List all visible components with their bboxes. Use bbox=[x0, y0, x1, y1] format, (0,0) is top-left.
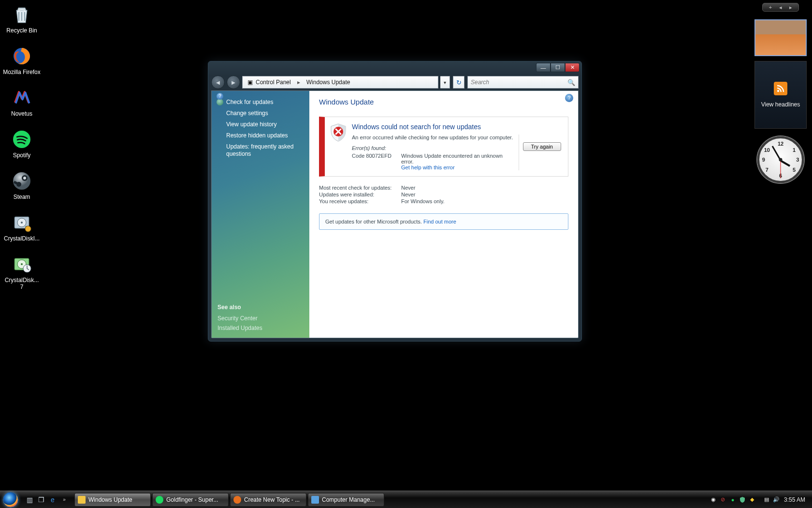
quick-launch-more[interactable]: » bbox=[59, 493, 70, 506]
refresh-button[interactable]: ↻ bbox=[453, 76, 464, 89]
page-title: Windows Update bbox=[319, 98, 568, 106]
info-value: Never bbox=[401, 185, 415, 191]
info-label: You receive updates: bbox=[319, 198, 401, 204]
desktop-icon-steam[interactable]: Steam bbox=[3, 169, 41, 200]
breadcrumb-seg: Windows Update bbox=[306, 79, 350, 86]
desktop-label: CrystalDiskI... bbox=[4, 235, 40, 242]
toolbar: ◄ ► ▣Control Panel ▸ Windows Update ▾ ↻ … bbox=[211, 75, 579, 90]
promo-link[interactable]: Find out more bbox=[423, 219, 456, 224]
breadcrumb-seg: Control Panel bbox=[256, 79, 291, 86]
show-desktop-button[interactable]: ▥ bbox=[24, 493, 35, 506]
minimize-button[interactable]: — bbox=[536, 63, 551, 72]
sidebar-change-settings[interactable]: Change settings bbox=[212, 108, 309, 119]
rss-label: View headlines bbox=[761, 101, 800, 108]
windows-update-window: — ☐ ✕ ◄ ► ▣Control Panel ▸ Windows Updat… bbox=[208, 61, 582, 342]
error-detail: Windows Update encountered an unknown er… bbox=[401, 153, 503, 164]
tray-steam-icon[interactable]: ◉ bbox=[710, 496, 717, 504]
sidebar-security-center[interactable]: Security Center bbox=[212, 314, 309, 323]
sidebar-check-updates[interactable]: Check for updates bbox=[212, 97, 309, 108]
taskbar-tasks: Windows Update Goldfinger - Super... Cre… bbox=[74, 493, 384, 507]
prev-icon: ◂ bbox=[779, 4, 782, 11]
spotify-icon bbox=[10, 128, 33, 151]
quick-launch: ▥ ❐ e » bbox=[24, 493, 70, 506]
crystaldisk7-icon bbox=[10, 253, 33, 276]
tray-update-icon[interactable]: ◆ bbox=[748, 496, 756, 504]
task-icon bbox=[156, 496, 163, 504]
try-again-button[interactable]: Try again bbox=[523, 142, 561, 151]
desktop-label: CrystalDisk... 7 bbox=[3, 277, 41, 290]
window-body: Check for updates Change settings View u… bbox=[211, 90, 579, 338]
breadcrumb[interactable]: ▣Control Panel ▸ Windows Update bbox=[242, 76, 438, 89]
task-windows-update[interactable]: Windows Update bbox=[74, 493, 151, 507]
desktop-label: Mozilla Firefox bbox=[3, 69, 40, 75]
start-button[interactable] bbox=[0, 491, 21, 508]
back-button[interactable]: ◄ bbox=[211, 75, 225, 89]
sidebar-restore-hidden[interactable]: Restore hidden updates bbox=[212, 130, 309, 141]
tray-volume-icon[interactable]: 🔊 bbox=[772, 496, 780, 504]
info-value: For Windows only. bbox=[401, 198, 445, 204]
svg-point-14 bbox=[777, 90, 779, 92]
sidebar-installed-updates[interactable]: Installed Updates bbox=[212, 323, 309, 333]
desktop-label: Recycle Bin bbox=[6, 27, 37, 34]
desktop-icon-recycle-bin[interactable]: Recycle Bin bbox=[3, 3, 41, 34]
sidebar: Check for updates Change settings View u… bbox=[212, 91, 309, 338]
tray-spotify-icon[interactable]: ● bbox=[729, 496, 737, 504]
error-help-link[interactable]: Get help with this error bbox=[401, 164, 455, 170]
slideshow-gadget[interactable] bbox=[754, 19, 807, 56]
help-icon[interactable]: ? bbox=[565, 94, 573, 102]
task-label: Goldfinger - Super... bbox=[166, 496, 218, 503]
ie-button[interactable]: e bbox=[47, 493, 58, 506]
desktop-icon-novetus[interactable]: Novetus bbox=[3, 86, 41, 117]
sidebar-faq[interactable]: Updates: frequently asked questions bbox=[212, 141, 309, 160]
switch-windows-button[interactable]: ❐ bbox=[36, 493, 46, 506]
desktop-icon-crystaldisk7[interactable]: CrystalDisk... 7 bbox=[3, 253, 41, 290]
recycle-bin-icon bbox=[10, 3, 33, 26]
search-box[interactable]: 🔍 bbox=[467, 76, 579, 89]
task-firefox[interactable]: Create New Topic - ... bbox=[230, 493, 306, 507]
task-compmgmt[interactable]: Computer Manage... bbox=[308, 493, 384, 507]
gadget-sidebar: + ◂ ▸ View headlines 121 35 67 910 bbox=[753, 3, 808, 183]
task-spotify[interactable]: Goldfinger - Super... bbox=[152, 493, 229, 507]
taskbar: ▥ ❐ e » Windows Update Goldfinger - Supe… bbox=[0, 491, 812, 508]
breadcrumb-dropdown[interactable]: ▾ bbox=[440, 76, 450, 89]
tray-error-icon[interactable]: ⊘ bbox=[719, 496, 727, 504]
search-icon: 🔍 bbox=[567, 79, 575, 86]
error-message: An error occurred while checking for new… bbox=[352, 134, 514, 140]
firefox-icon bbox=[10, 45, 33, 68]
shield-error-icon bbox=[330, 123, 347, 170]
system-tray: ◉ ⊘ ● ◆ ▤ 🔊 3:55 AM bbox=[710, 496, 812, 504]
desktop-icon-spotify[interactable]: Spotify bbox=[3, 128, 41, 159]
task-icon bbox=[233, 496, 241, 504]
task-label: Computer Manage... bbox=[322, 496, 375, 503]
search-input[interactable] bbox=[471, 79, 567, 86]
task-icon bbox=[311, 496, 319, 504]
svg-point-12 bbox=[21, 263, 23, 265]
next-icon: ▸ bbox=[789, 4, 792, 11]
svg-point-4 bbox=[23, 177, 26, 179]
taskbar-clock[interactable]: 3:55 AM bbox=[782, 496, 807, 503]
info-label: Most recent check for updates: bbox=[319, 185, 401, 191]
close-button[interactable]: ✕ bbox=[565, 63, 580, 72]
desktop-icon-firefox[interactable]: Mozilla Firefox bbox=[3, 45, 41, 75]
error-box: Windows could not search for new updates… bbox=[319, 117, 568, 177]
update-info: Most recent check for updates:Never Upda… bbox=[319, 184, 568, 205]
info-value: Never bbox=[401, 192, 415, 197]
error-title: Windows could not search for new updates bbox=[352, 123, 565, 131]
desktop-label: Spotify bbox=[13, 152, 31, 159]
desktop-label: Novetus bbox=[11, 110, 32, 117]
forward-button[interactable]: ► bbox=[227, 75, 240, 89]
desktop-icon-crystaldiskinfo[interactable]: CrystalDiskI... bbox=[3, 211, 41, 242]
maximize-button[interactable]: ☐ bbox=[551, 63, 565, 72]
chevron-right-icon: ▸ bbox=[296, 79, 302, 86]
tray-security-icon[interactable] bbox=[739, 496, 746, 504]
start-orb-icon bbox=[3, 492, 18, 508]
clock-gadget[interactable]: 121 35 67 910 bbox=[757, 136, 804, 183]
desktop-icons: Recycle Bin Mozilla Firefox Novetus Spot… bbox=[3, 3, 41, 290]
task-label: Create New Topic - ... bbox=[244, 496, 300, 503]
tray-network-icon[interactable]: ▤ bbox=[763, 496, 770, 504]
promo-text: Get updates for other Microsoft products… bbox=[325, 219, 423, 224]
task-icon bbox=[78, 496, 86, 504]
gadget-controls[interactable]: + ◂ ▸ bbox=[762, 3, 799, 12]
sidebar-view-history[interactable]: View update history bbox=[212, 119, 309, 130]
rss-gadget[interactable]: View headlines bbox=[754, 61, 807, 129]
